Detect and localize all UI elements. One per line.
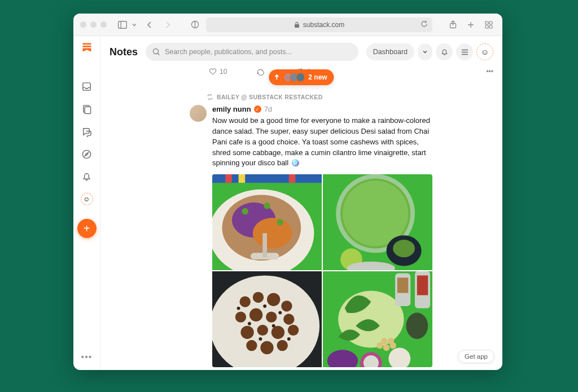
like-count: 10 — [220, 68, 227, 76]
compose-button[interactable]: + — [77, 219, 97, 238]
close-dot[interactable] — [80, 21, 86, 28]
new-pill-avatars — [283, 73, 305, 82]
post-image-3[interactable] — [212, 271, 322, 367]
chat-icon[interactable] — [81, 125, 93, 138]
url-host: substack.com — [303, 21, 344, 29]
svg-point-26 — [277, 219, 283, 226]
dashboard-menu-chevron[interactable] — [418, 43, 432, 60]
restack-attribution[interactable]: BAILEY @ SUBSTACK RESTACKED — [207, 94, 432, 100]
svg-rect-66 — [417, 276, 428, 296]
arrow-up-icon — [273, 74, 280, 81]
notifications-button[interactable] — [436, 43, 453, 60]
svg-point-54 — [237, 307, 240, 310]
post-text: Now would be a good time for everyone to… — [212, 116, 432, 169]
refresh-icon[interactable] — [421, 20, 428, 29]
svg-point-76 — [406, 313, 428, 340]
new-posts-pill[interactable]: 2 new — [269, 69, 334, 85]
post-image-grid — [212, 174, 432, 367]
post: BAILEY @ SUBSTACK RESTACKED emily nunn ✓… — [190, 94, 432, 370]
svg-point-57 — [248, 322, 251, 325]
restack-icon — [207, 94, 213, 100]
explore-icon[interactable] — [81, 148, 93, 160]
svg-point-39 — [240, 296, 251, 307]
browser-window: substack.com — [73, 14, 502, 370]
minimize-dot[interactable] — [90, 21, 97, 28]
svg-rect-3 — [295, 24, 299, 28]
svg-point-40 — [253, 292, 264, 303]
page-title: Notes — [110, 46, 138, 58]
search-input[interactable]: Search people, publications, and posts..… — [146, 43, 358, 61]
svg-rect-9 — [82, 43, 91, 45]
sidebar-toggle-icon[interactable] — [116, 18, 129, 32]
notifications-bell-icon[interactable] — [81, 170, 93, 183]
svg-point-46 — [283, 314, 294, 325]
search-placeholder: Search people, publications, and posts..… — [165, 48, 292, 56]
notes-stack-icon[interactable] — [81, 103, 93, 115]
hamburger-icon — [461, 49, 469, 56]
more-icon[interactable]: ••• — [81, 352, 93, 362]
svg-point-72 — [383, 345, 390, 351]
menu-button[interactable] — [456, 43, 473, 60]
restack-text: BAILEY @ SUBSTACK RESTACKED — [217, 94, 323, 100]
back-icon[interactable] — [143, 18, 156, 32]
svg-point-58 — [272, 324, 275, 328]
svg-point-55 — [263, 305, 266, 308]
new-tab-icon[interactable] — [464, 18, 478, 32]
bell-icon — [440, 48, 449, 56]
svg-point-25 — [264, 202, 270, 209]
substack-logo[interactable] — [81, 42, 93, 53]
svg-point-59 — [259, 337, 262, 341]
url-bar[interactable]: substack.com — [206, 17, 432, 32]
svg-rect-5 — [485, 21, 488, 24]
inbox-icon[interactable] — [81, 80, 93, 93]
lock-icon — [294, 21, 300, 28]
tabs-overview-icon[interactable] — [482, 18, 496, 32]
author-avatar[interactable] — [190, 105, 207, 122]
like-button[interactable]: 10 — [209, 68, 227, 76]
share-icon[interactable] — [446, 18, 459, 32]
main-area: Notes Search people, publications, and p… — [100, 36, 502, 370]
titlebar: substack.com — [73, 14, 502, 36]
svg-point-41 — [267, 293, 280, 306]
svg-point-48 — [257, 325, 268, 336]
get-app-label: Get app — [465, 353, 488, 360]
svg-rect-12 — [85, 107, 90, 113]
chevron-down-icon — [422, 50, 428, 54]
svg-point-34 — [393, 240, 415, 257]
window-controls[interactable] — [80, 21, 107, 28]
chevron-down-icon[interactable] — [130, 18, 138, 32]
prev-post-actions: 10 1 ••• — [209, 68, 493, 81]
svg-point-45 — [266, 312, 277, 323]
svg-point-24 — [242, 208, 248, 215]
post-image-2[interactable] — [323, 174, 432, 270]
svg-rect-6 — [489, 21, 492, 24]
svg-point-14 — [154, 49, 159, 54]
svg-point-13 — [82, 150, 90, 158]
zoom-dot[interactable] — [100, 21, 107, 28]
new-pill-label: 2 new — [308, 73, 327, 81]
svg-rect-18 — [239, 174, 246, 183]
svg-rect-64 — [397, 278, 408, 293]
verified-badge-icon: ✓ — [254, 105, 261, 113]
svg-point-53 — [277, 340, 287, 351]
forward-icon[interactable] — [161, 18, 174, 32]
author-name[interactable]: emily nunn — [212, 105, 251, 113]
svg-point-51 — [246, 340, 257, 351]
topbar: Notes Search people, publications, and p… — [100, 36, 502, 68]
svg-rect-7 — [485, 25, 488, 28]
shield-icon[interactable] — [188, 18, 202, 32]
dashboard-button[interactable]: Dashboard — [366, 43, 414, 60]
post-image-4[interactable] — [323, 271, 432, 367]
get-app-button[interactable]: Get app — [458, 350, 494, 363]
svg-point-23 — [253, 218, 292, 248]
svg-point-42 — [281, 301, 292, 311]
post-image-1[interactable] — [212, 174, 322, 270]
svg-point-43 — [235, 312, 246, 323]
svg-point-44 — [249, 309, 262, 321]
dashboard-label: Dashboard — [373, 48, 408, 56]
more-actions-button[interactable]: ••• — [486, 68, 493, 76]
profile-avatar-small[interactable]: ☺ — [81, 193, 93, 205]
feed: 10 1 ••• — [100, 68, 502, 370]
comment-button[interactable] — [256, 68, 267, 76]
profile-avatar[interactable]: ☺ — [476, 43, 493, 60]
